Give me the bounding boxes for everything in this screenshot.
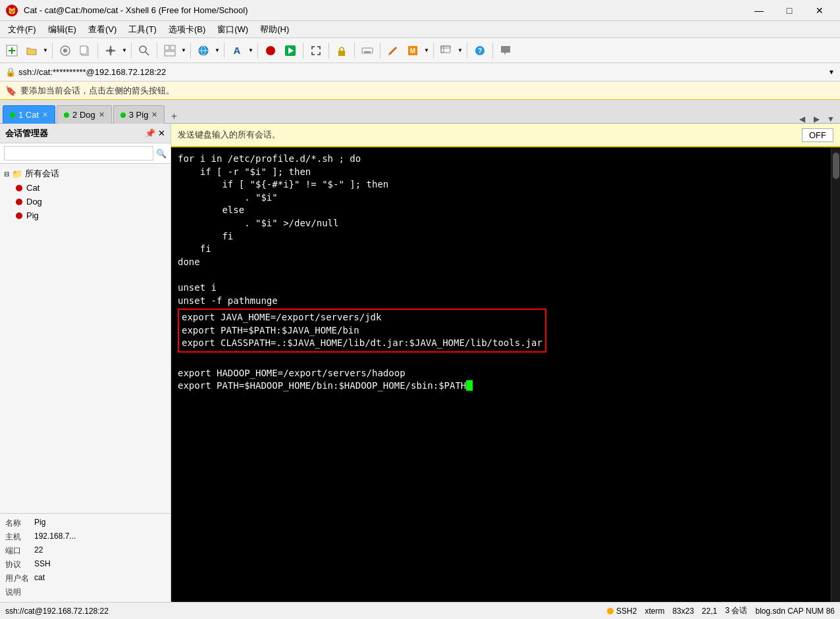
app-icon: 🐱 bbox=[5, 4, 18, 17]
ssh-dropdown-button[interactable]: ▼ bbox=[828, 68, 835, 76]
record-button[interactable] bbox=[261, 41, 280, 60]
open-folder-button[interactable] bbox=[22, 41, 41, 60]
tree-item-pig[interactable]: Pig bbox=[0, 209, 171, 222]
expand-button[interactable] bbox=[307, 41, 325, 60]
new-tab-button[interactable]: + bbox=[166, 109, 182, 124]
toolbar-sep-1 bbox=[52, 43, 53, 59]
new-session-button[interactable] bbox=[3, 41, 21, 60]
monitor-button[interactable] bbox=[437, 41, 456, 60]
layout-dropdown-button[interactable]: ▼ bbox=[180, 41, 187, 60]
terminal-container: 发送键盘输入的所有会话。 OFF for i in /etc/profile.d… bbox=[171, 124, 840, 602]
toolbar-sep-3 bbox=[131, 43, 132, 59]
maximize-button[interactable]: □ bbox=[774, 0, 804, 21]
tree-root-item[interactable]: ⊟ 📁 所有会话 bbox=[0, 166, 171, 181]
sidebar-header: 会话管理器 📌 ✕ bbox=[0, 124, 171, 143]
session-label: Cat bbox=[26, 183, 39, 193]
session-status-dot bbox=[16, 212, 22, 219]
font-dropdown-button[interactable]: ▼ bbox=[248, 41, 254, 60]
font-button[interactable]: A bbox=[228, 41, 246, 60]
title-text: Cat - cat@Cat:/home/cat - Xshell 6 (Free… bbox=[24, 5, 248, 15]
minimize-button[interactable]: — bbox=[744, 0, 774, 21]
term-type-text: xterm bbox=[644, 607, 664, 616]
settings-button[interactable] bbox=[101, 41, 120, 60]
toolbar-sep-5 bbox=[190, 43, 191, 59]
globe-dropdown-button[interactable]: ▼ bbox=[214, 41, 221, 60]
svg-rect-32 bbox=[441, 46, 450, 48]
terminal-highlighted-lines: export JAVA_HOME=/export/servers/jdk exp… bbox=[182, 311, 542, 350]
tab-3-pig[interactable]: 3 Pig✕ bbox=[113, 105, 165, 124]
svg-text:?: ? bbox=[478, 47, 483, 55]
sidebar-title: 会话管理器 bbox=[5, 128, 48, 139]
settings-dropdown-button[interactable]: ▼ bbox=[121, 41, 128, 60]
open-dropdown-button[interactable]: ▼ bbox=[42, 41, 49, 60]
ssh-protocol-text: SSH2 bbox=[616, 607, 637, 616]
terminal-content: for i in /etc/profile.d/*.sh ; do if [ -… bbox=[178, 153, 824, 393]
tree-item-dog[interactable]: Dog bbox=[0, 195, 171, 209]
toolbar: ▼ ▼ ▼ ▼ A ▼ bbox=[0, 38, 840, 63]
macro-dropdown-button[interactable]: ▼ bbox=[423, 41, 430, 60]
toolbar-sep-11 bbox=[380, 43, 381, 59]
tab-2-dog[interactable]: 2 Dog✕ bbox=[57, 105, 112, 124]
properties-panel: 名称Pig主机192.168.7...端口22协议SSH用户名cat说明 bbox=[0, 513, 171, 602]
status-bar: ssh://cat@192.168.72.128:22 SSH2 xterm 8… bbox=[0, 602, 840, 619]
terminal[interactable]: for i in /etc/profile.d/*.sh ; do if [ -… bbox=[171, 147, 831, 602]
search-input[interactable] bbox=[4, 146, 153, 161]
bookmark-bar: 🔖 要添加当前会话，点击左侧的箭头按钮。 bbox=[0, 82, 840, 100]
tab-close-button[interactable]: ✕ bbox=[99, 111, 105, 119]
prop-row-端口: 端口22 bbox=[0, 544, 171, 558]
terminal-with-scroll: for i in /etc/profile.d/*.sh ; do if [ -… bbox=[171, 147, 840, 602]
play-button[interactable] bbox=[281, 41, 300, 60]
search-icon[interactable]: 🔍 bbox=[156, 149, 167, 159]
toolbar-sep-4 bbox=[157, 43, 157, 59]
session-label: Dog bbox=[26, 197, 42, 207]
toolbar-sep-8 bbox=[303, 43, 303, 59]
sidebar: 会话管理器 📌 ✕ 🔍 ⊟ 📁 所有会话 CatDogPig bbox=[0, 124, 171, 602]
terminal-lines: for i in /etc/profile.d/*.sh ; do if [ -… bbox=[178, 153, 824, 307]
macro-button[interactable]: M bbox=[404, 41, 422, 60]
prop-label: 端口 bbox=[5, 545, 32, 557]
menu-item-v[interactable]: 查看(V) bbox=[83, 22, 122, 37]
edit-button[interactable] bbox=[384, 41, 402, 60]
svg-rect-8 bbox=[80, 46, 87, 54]
keyboard-button[interactable] bbox=[358, 41, 377, 60]
lock-button[interactable] bbox=[332, 41, 351, 60]
broadcast-off-button[interactable]: OFF bbox=[802, 128, 833, 142]
svg-rect-31 bbox=[441, 46, 444, 53]
menu-item-w[interactable]: 窗口(W) bbox=[212, 22, 253, 37]
toolbar-sep-9 bbox=[328, 43, 329, 59]
tab-close-button[interactable]: ✕ bbox=[151, 111, 157, 119]
menu-item-e[interactable]: 编辑(E) bbox=[43, 22, 82, 37]
layout-button[interactable] bbox=[161, 41, 179, 60]
menu-item-f[interactable]: 文件(F) bbox=[3, 22, 41, 37]
svg-text:🐱: 🐱 bbox=[8, 7, 16, 15]
copy-button[interactable] bbox=[76, 41, 94, 60]
monitor-dropdown-button[interactable]: ▼ bbox=[457, 41, 463, 60]
search-button[interactable] bbox=[135, 41, 153, 60]
chat-button[interactable] bbox=[496, 41, 515, 60]
svg-point-18 bbox=[266, 46, 275, 55]
title-left: 🐱 Cat - cat@Cat:/home/cat - Xshell 6 (Fr… bbox=[5, 4, 248, 17]
globe-button[interactable] bbox=[194, 41, 213, 60]
tab-prev-button[interactable]: ◀ bbox=[795, 112, 808, 126]
properties-button[interactable] bbox=[56, 41, 74, 60]
tree-item-cat[interactable]: Cat bbox=[0, 181, 171, 195]
tab-label: 2 Dog bbox=[72, 110, 95, 120]
terminal-scrollbar[interactable] bbox=[831, 147, 840, 602]
menu-item-b[interactable]: 选项卡(B) bbox=[163, 22, 211, 37]
sidebar-close-icon[interactable]: ✕ bbox=[158, 128, 165, 138]
tab-next-button[interactable]: ▶ bbox=[810, 112, 823, 126]
help-button[interactable]: ? bbox=[471, 41, 489, 60]
tab-close-button[interactable]: ✕ bbox=[42, 111, 48, 119]
session-status-dot bbox=[16, 199, 22, 205]
broadcast-bar: 发送键盘输入的所有会话。 OFF bbox=[171, 124, 840, 147]
prop-value: SSH bbox=[34, 559, 51, 570]
scroll-thumb[interactable] bbox=[833, 153, 839, 179]
close-button[interactable]: ✕ bbox=[804, 0, 835, 21]
tab-1-cat[interactable]: 1 Cat✕ bbox=[3, 105, 55, 124]
tab-status-dot bbox=[10, 112, 15, 118]
pin-icon[interactable]: 📌 bbox=[145, 128, 155, 138]
menu-item-h[interactable]: 帮助(H) bbox=[255, 22, 294, 37]
menu-item-t[interactable]: 工具(T) bbox=[123, 22, 162, 37]
tab-list-button[interactable]: ▼ bbox=[824, 112, 837, 126]
svg-rect-21 bbox=[338, 51, 345, 56]
